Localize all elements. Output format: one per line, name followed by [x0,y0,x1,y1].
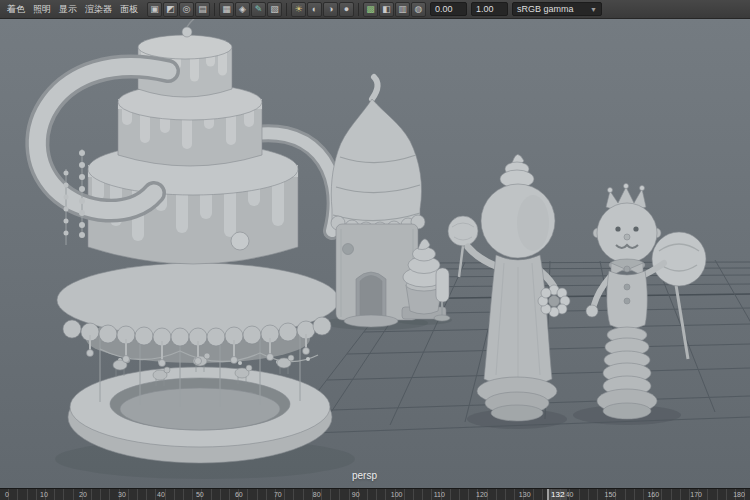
panel-menu-show[interactable]: 显示 [55,3,81,16]
viewport[interactable]: persp [0,19,750,488]
image-plane-icon[interactable]: ▦ [219,2,234,17]
panel-toolbar: 着色照明显示渲染器面板 ▣◩◎▤▦◈✎▧☀◐◑●▩◧▥◍ 0.00 1.00 s… [0,0,750,19]
timeline-label: 150 [605,489,617,500]
panel-menu-lighting[interactable]: 照明 [29,3,55,16]
bookmarks-icon[interactable]: ▤ [195,2,210,17]
camera-label: persp [352,470,377,481]
timeline-label: 60 [235,489,243,500]
timeline-label: 50 [196,489,204,500]
motion-blur-icon[interactable]: ● [339,2,354,17]
ambient-occlusion-icon[interactable]: ◑ [323,2,338,17]
toolbar-separator [214,3,215,16]
timeline-label: 120 [476,489,488,500]
time-slider[interactable]: 0102030405060708090100110120130140150160… [0,488,750,500]
timeline-label: 100 [391,489,403,500]
multisampling-icon[interactable]: ▩ [363,2,378,17]
candy-girl-model[interactable] [448,154,570,421]
2d-pan-zoom-icon[interactable]: ◈ [235,2,250,17]
exposure-field[interactable]: 0.00 [430,2,467,16]
timeline-label: 110 [434,489,445,500]
viewport-icon-bar: ▣◩◎▤▦◈✎▧☀◐◑●▩◧▥◍ [147,2,426,17]
gamma-value: 1.00 [476,4,494,14]
toolbar-separator [286,3,287,16]
scene-canvas [0,19,750,488]
xray-icon[interactable]: ◧ [379,2,394,17]
timeline-label: 80 [313,489,321,500]
timeline-label: 70 [274,489,282,500]
toolbar-separator [358,3,359,16]
timeline-label: 0 [5,489,9,500]
lock-camera-icon[interactable]: ◩ [163,2,178,17]
shadows-icon[interactable]: ◐ [307,2,322,17]
camera-attributes-icon[interactable]: ◎ [179,2,194,17]
candy-king-model[interactable] [586,184,706,420]
timeline-label: 40 [157,489,165,500]
timeline-label: 20 [79,489,87,500]
timeline-label: 90 [352,489,360,500]
select-camera-icon[interactable]: ▣ [147,2,162,17]
grid-icon[interactable]: ▧ [267,2,282,17]
panel-menu-renderer[interactable]: 渲染器 [81,3,116,16]
chevron-down-icon: ▼ [590,4,597,15]
lighting-icon[interactable]: ☀ [291,2,306,17]
current-frame-value: 132 [551,490,564,499]
view-transform-dropdown[interactable]: sRGB gamma ▼ [512,2,602,16]
timeline-label: 180 [733,489,745,500]
time-slider-ruler: 0102030405060708090100110120130140150160… [0,489,750,500]
default-material-icon[interactable]: ◍ [411,2,426,17]
panel-menubar: 着色照明显示渲染器面板 [3,3,142,16]
maya-window: 着色照明显示渲染器面板 ▣◩◎▤▦◈✎▧☀◐◑●▩◧▥◍ 0.00 1.00 s… [0,0,750,500]
view-transform-value: sRGB gamma [517,4,574,15]
grease-pencil-icon[interactable]: ✎ [251,2,266,17]
timeline-label: 130 [519,489,531,500]
timeline-label: 30 [118,489,126,500]
gamma-field[interactable]: 1.00 [471,2,508,16]
panel-menu-shading[interactable]: 着色 [3,3,29,16]
timeline-label: 160 [647,489,659,500]
wireframe-shaded-icon[interactable]: ▥ [395,2,410,17]
panel-menu-panels[interactable]: 面板 [116,3,142,16]
timeline-label: 170 [690,489,702,500]
current-frame-marker[interactable]: 132 [547,489,567,500]
carousel-cake-model[interactable] [37,19,339,463]
exposure-value: 0.00 [435,4,453,14]
timeline-label: 10 [40,489,48,500]
